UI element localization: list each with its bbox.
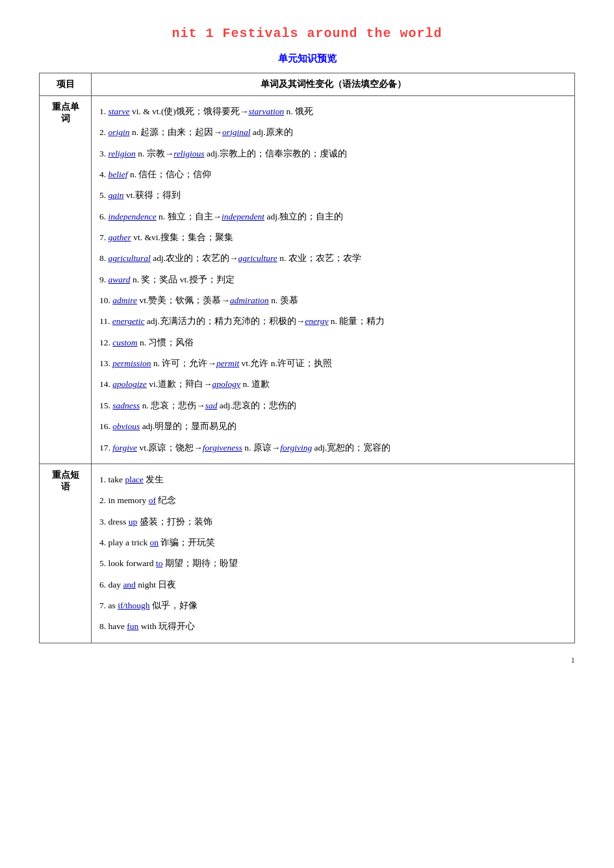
phrase-item-2: 2. in memory of 纪念 — [99, 490, 567, 511]
phrase-item-8: 8. have fun with 玩得开心 — [99, 616, 567, 637]
phrase-link-and: and — [123, 580, 136, 589]
vocab-item-5: 5. gain vt.获得；得到 — [99, 185, 567, 206]
row-header-vocab: 重点单词 — [40, 96, 92, 464]
link-forgiving[interactable]: forgiving — [280, 443, 312, 453]
vocab-item-2: 2. origin n. 起源；由来；起因→original adj.原来的 — [99, 122, 567, 143]
link-admire[interactable]: admire — [112, 295, 137, 305]
link-obvious[interactable]: obvious — [112, 421, 140, 431]
phrase-link-up: up — [129, 517, 138, 527]
link-agriculture[interactable]: agriculture — [238, 253, 277, 263]
phrase-link-if-though: if/though — [118, 601, 150, 610]
link-religion[interactable]: religion — [109, 149, 136, 158]
link-gather[interactable]: gather — [109, 232, 131, 242]
link-independence[interactable]: independence — [109, 212, 157, 221]
vocab-item-10: 10. admire vt.赞美；钦佩；羡慕→admiration n. 羡慕 — [99, 290, 567, 311]
link-religious[interactable]: religious — [173, 149, 205, 158]
link-independent[interactable]: independent — [222, 212, 264, 221]
link-original[interactable]: original — [222, 127, 251, 137]
vocab-item-14: 14. apologize vi.道歉；辩白→apology n. 道歉 — [99, 374, 567, 395]
link-energy[interactable]: energy — [305, 316, 328, 326]
vocab-item-11: 11. energetic adj.充满活力的；精力充沛的；积极的→energy… — [99, 311, 567, 332]
link-admiration[interactable]: admiration — [230, 295, 269, 305]
vocab-item-15: 15. sadness n. 悲哀；悲伤→sad adj.悲哀的；悲伤的 — [99, 395, 567, 416]
vocab-item-9: 9. award n. 奖；奖品 vt.授予；判定 — [99, 269, 567, 290]
main-table: 项目 单词及其词性变化（语法填空必备） 重点单词 1. starve vi. &… — [39, 73, 575, 643]
link-gain[interactable]: gain — [109, 190, 124, 200]
link-energetic[interactable]: energetic — [112, 316, 145, 326]
vocab-item-17: 17. forgive vt.原谅；饶恕→forgiveness n. 原谅→f… — [99, 438, 567, 458]
link-custom[interactable]: custom — [112, 338, 137, 347]
section-title: 单元知识预览 — [39, 53, 575, 65]
link-apology[interactable]: apology — [212, 379, 241, 389]
row-header-phrases: 重点短语 — [40, 464, 92, 643]
phrase-item-3: 3. dress up 盛装；打扮；装饰 — [99, 512, 567, 532]
phrase-link-place: place — [125, 475, 143, 484]
table-row-vocab: 重点单词 1. starve vi. & vt.(使)饿死；饿得要死→starv… — [40, 96, 575, 464]
phrase-link-of: of — [149, 495, 156, 505]
link-award[interactable]: award — [109, 275, 131, 284]
col-header-1: 项目 — [40, 73, 92, 96]
link-permission[interactable]: permission — [112, 358, 151, 368]
phrase-item-5: 5. look forward to 期望；期待；盼望 — [99, 553, 567, 574]
table-row-phrases: 重点短语 1. take place 发生 2. in memory of 纪念… — [40, 464, 575, 643]
phrase-link-fun: fun — [127, 621, 138, 631]
page-number: 1 — [39, 655, 575, 665]
link-starvation[interactable]: starvation — [248, 106, 284, 116]
link-permit[interactable]: permit — [216, 358, 239, 368]
phrases-content-cell: 1. take place 发生 2. in memory of 纪念 3. d… — [92, 464, 575, 643]
vocab-item-6: 6. independence n. 独立；自主→independent adj… — [99, 206, 567, 227]
link-forgiveness[interactable]: forgiveness — [203, 443, 242, 453]
page-title: nit 1 Festivals around the world — [39, 26, 575, 41]
vocab-item-12: 12. custom n. 习惯；风俗 — [99, 332, 567, 353]
vocab-item-8: 8. agricultural adj.农业的；农艺的→agriculture … — [99, 248, 567, 269]
link-sad[interactable]: sad — [205, 401, 218, 410]
link-apologize[interactable]: apologize — [112, 379, 147, 389]
phrase-item-4: 4. play a trick on 诈骗；开玩笑 — [99, 532, 567, 553]
phrase-link-on: on — [150, 538, 159, 547]
phrase-item-6: 6. day and night 日夜 — [99, 575, 567, 595]
vocab-item-1: 1. starve vi. & vt.(使)饿死；饿得要死→starvation… — [99, 101, 567, 122]
vocab-item-4: 4. belief n. 信任；信心；信仰 — [99, 164, 567, 185]
vocab-item-13: 13. permission n. 许可；允许→permit vt.允许 n.许… — [99, 353, 567, 374]
link-origin[interactable]: origin — [109, 127, 130, 137]
link-sadness[interactable]: sadness — [112, 401, 140, 410]
link-belief[interactable]: belief — [109, 169, 128, 179]
vocab-content-cell: 1. starve vi. & vt.(使)饿死；饿得要死→starvation… — [92, 96, 575, 464]
vocab-item-7: 7. gather vt. &vi.搜集；集合；聚集 — [99, 227, 567, 248]
link-forgive[interactable]: forgive — [112, 443, 137, 453]
phrase-item-7: 7. as if/though 似乎，好像 — [99, 595, 567, 616]
phrase-item-1: 1. take place 发生 — [99, 469, 567, 490]
vocab-item-3: 3. religion n. 宗教→religious adj.宗教上的；信奉宗… — [99, 143, 567, 164]
link-agricultural[interactable]: agricultural — [109, 253, 151, 263]
col-header-2: 单词及其词性变化（语法填空必备） — [92, 73, 575, 96]
phrase-link-to: to — [156, 558, 163, 568]
vocab-item-16: 16. obvious adj.明显的；显而易见的 — [99, 416, 567, 437]
link-starve[interactable]: starve — [109, 106, 130, 116]
